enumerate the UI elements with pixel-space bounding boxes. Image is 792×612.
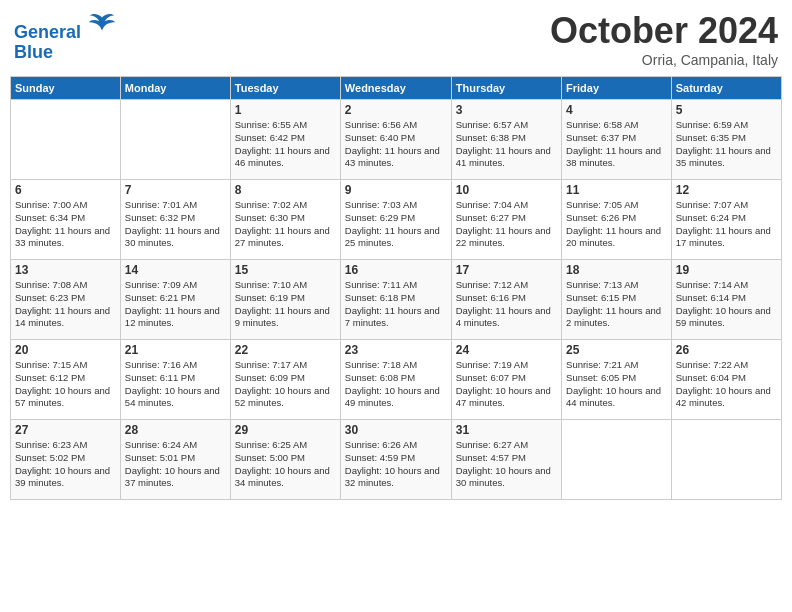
day-detail: Sunrise: 7:12 AM Sunset: 6:16 PM Dayligh… [456, 279, 557, 330]
day-number: 26 [676, 343, 777, 357]
day-detail: Sunrise: 7:01 AM Sunset: 6:32 PM Dayligh… [125, 199, 226, 250]
day-detail: Sunrise: 7:08 AM Sunset: 6:23 PM Dayligh… [15, 279, 116, 330]
logo-bird-icon [88, 10, 116, 38]
calendar-cell: 14Sunrise: 7:09 AM Sunset: 6:21 PM Dayli… [120, 260, 230, 340]
calendar-cell [11, 100, 121, 180]
calendar-cell: 19Sunrise: 7:14 AM Sunset: 6:14 PM Dayli… [671, 260, 781, 340]
weekday-header-thursday: Thursday [451, 77, 561, 100]
day-number: 19 [676, 263, 777, 277]
calendar-week-5: 27Sunrise: 6:23 AM Sunset: 5:02 PM Dayli… [11, 420, 782, 500]
day-number: 6 [15, 183, 116, 197]
calendar-cell: 24Sunrise: 7:19 AM Sunset: 6:07 PM Dayli… [451, 340, 561, 420]
weekday-header-sunday: Sunday [11, 77, 121, 100]
weekday-header-wednesday: Wednesday [340, 77, 451, 100]
day-detail: Sunrise: 7:00 AM Sunset: 6:34 PM Dayligh… [15, 199, 116, 250]
day-number: 12 [676, 183, 777, 197]
day-detail: Sunrise: 7:16 AM Sunset: 6:11 PM Dayligh… [125, 359, 226, 410]
calendar-week-3: 13Sunrise: 7:08 AM Sunset: 6:23 PM Dayli… [11, 260, 782, 340]
day-number: 10 [456, 183, 557, 197]
calendar-cell [671, 420, 781, 500]
day-detail: Sunrise: 7:10 AM Sunset: 6:19 PM Dayligh… [235, 279, 336, 330]
day-number: 27 [15, 423, 116, 437]
day-number: 15 [235, 263, 336, 277]
calendar-week-4: 20Sunrise: 7:15 AM Sunset: 6:12 PM Dayli… [11, 340, 782, 420]
day-number: 25 [566, 343, 667, 357]
day-number: 23 [345, 343, 447, 357]
calendar-cell: 10Sunrise: 7:04 AM Sunset: 6:27 PM Dayli… [451, 180, 561, 260]
logo-general: General [14, 22, 81, 42]
title-block: October 2024 Orria, Campania, Italy [550, 10, 778, 68]
day-detail: Sunrise: 7:02 AM Sunset: 6:30 PM Dayligh… [235, 199, 336, 250]
day-detail: Sunrise: 7:04 AM Sunset: 6:27 PM Dayligh… [456, 199, 557, 250]
day-detail: Sunrise: 6:23 AM Sunset: 5:02 PM Dayligh… [15, 439, 116, 490]
calendar-cell: 29Sunrise: 6:25 AM Sunset: 5:00 PM Dayli… [230, 420, 340, 500]
day-number: 31 [456, 423, 557, 437]
calendar-cell: 16Sunrise: 7:11 AM Sunset: 6:18 PM Dayli… [340, 260, 451, 340]
calendar-cell: 25Sunrise: 7:21 AM Sunset: 6:05 PM Dayli… [562, 340, 672, 420]
logo: General Blue [14, 10, 116, 63]
weekday-header-monday: Monday [120, 77, 230, 100]
day-number: 21 [125, 343, 226, 357]
calendar-cell: 26Sunrise: 7:22 AM Sunset: 6:04 PM Dayli… [671, 340, 781, 420]
day-detail: Sunrise: 6:27 AM Sunset: 4:57 PM Dayligh… [456, 439, 557, 490]
day-number: 30 [345, 423, 447, 437]
calendar-cell: 11Sunrise: 7:05 AM Sunset: 6:26 PM Dayli… [562, 180, 672, 260]
calendar-cell: 30Sunrise: 6:26 AM Sunset: 4:59 PM Dayli… [340, 420, 451, 500]
day-detail: Sunrise: 7:14 AM Sunset: 6:14 PM Dayligh… [676, 279, 777, 330]
weekday-header-row: SundayMondayTuesdayWednesdayThursdayFrid… [11, 77, 782, 100]
logo-blue: Blue [14, 42, 53, 62]
day-number: 24 [456, 343, 557, 357]
calendar-cell: 6Sunrise: 7:00 AM Sunset: 6:34 PM Daylig… [11, 180, 121, 260]
day-detail: Sunrise: 7:21 AM Sunset: 6:05 PM Dayligh… [566, 359, 667, 410]
calendar-cell: 3Sunrise: 6:57 AM Sunset: 6:38 PM Daylig… [451, 100, 561, 180]
day-number: 18 [566, 263, 667, 277]
calendar-cell: 1Sunrise: 6:55 AM Sunset: 6:42 PM Daylig… [230, 100, 340, 180]
day-detail: Sunrise: 6:55 AM Sunset: 6:42 PM Dayligh… [235, 119, 336, 170]
month-title: October 2024 [550, 10, 778, 52]
day-number: 13 [15, 263, 116, 277]
weekday-header-friday: Friday [562, 77, 672, 100]
day-detail: Sunrise: 7:03 AM Sunset: 6:29 PM Dayligh… [345, 199, 447, 250]
weekday-header-saturday: Saturday [671, 77, 781, 100]
day-detail: Sunrise: 7:07 AM Sunset: 6:24 PM Dayligh… [676, 199, 777, 250]
day-detail: Sunrise: 6:25 AM Sunset: 5:00 PM Dayligh… [235, 439, 336, 490]
day-number: 9 [345, 183, 447, 197]
day-number: 22 [235, 343, 336, 357]
calendar-cell: 15Sunrise: 7:10 AM Sunset: 6:19 PM Dayli… [230, 260, 340, 340]
day-number: 20 [15, 343, 116, 357]
day-detail: Sunrise: 7:05 AM Sunset: 6:26 PM Dayligh… [566, 199, 667, 250]
calendar-cell: 31Sunrise: 6:27 AM Sunset: 4:57 PM Dayli… [451, 420, 561, 500]
day-detail: Sunrise: 6:57 AM Sunset: 6:38 PM Dayligh… [456, 119, 557, 170]
calendar-cell: 5Sunrise: 6:59 AM Sunset: 6:35 PM Daylig… [671, 100, 781, 180]
calendar-cell: 27Sunrise: 6:23 AM Sunset: 5:02 PM Dayli… [11, 420, 121, 500]
calendar-cell [562, 420, 672, 500]
page-header: General Blue October 2024 Orria, Campani… [10, 10, 782, 68]
calendar-cell: 23Sunrise: 7:18 AM Sunset: 6:08 PM Dayli… [340, 340, 451, 420]
day-number: 5 [676, 103, 777, 117]
day-detail: Sunrise: 7:09 AM Sunset: 6:21 PM Dayligh… [125, 279, 226, 330]
calendar-cell: 4Sunrise: 6:58 AM Sunset: 6:37 PM Daylig… [562, 100, 672, 180]
calendar-week-1: 1Sunrise: 6:55 AM Sunset: 6:42 PM Daylig… [11, 100, 782, 180]
day-detail: Sunrise: 6:59 AM Sunset: 6:35 PM Dayligh… [676, 119, 777, 170]
day-number: 2 [345, 103, 447, 117]
day-number: 28 [125, 423, 226, 437]
day-detail: Sunrise: 7:15 AM Sunset: 6:12 PM Dayligh… [15, 359, 116, 410]
day-number: 16 [345, 263, 447, 277]
day-detail: Sunrise: 7:22 AM Sunset: 6:04 PM Dayligh… [676, 359, 777, 410]
day-number: 17 [456, 263, 557, 277]
day-detail: Sunrise: 7:18 AM Sunset: 6:08 PM Dayligh… [345, 359, 447, 410]
calendar-cell: 17Sunrise: 7:12 AM Sunset: 6:16 PM Dayli… [451, 260, 561, 340]
calendar-table: SundayMondayTuesdayWednesdayThursdayFrid… [10, 76, 782, 500]
calendar-cell: 18Sunrise: 7:13 AM Sunset: 6:15 PM Dayli… [562, 260, 672, 340]
day-number: 14 [125, 263, 226, 277]
calendar-cell: 9Sunrise: 7:03 AM Sunset: 6:29 PM Daylig… [340, 180, 451, 260]
day-detail: Sunrise: 6:26 AM Sunset: 4:59 PM Dayligh… [345, 439, 447, 490]
day-detail: Sunrise: 7:17 AM Sunset: 6:09 PM Dayligh… [235, 359, 336, 410]
calendar-cell: 12Sunrise: 7:07 AM Sunset: 6:24 PM Dayli… [671, 180, 781, 260]
location: Orria, Campania, Italy [550, 52, 778, 68]
day-number: 7 [125, 183, 226, 197]
day-detail: Sunrise: 6:58 AM Sunset: 6:37 PM Dayligh… [566, 119, 667, 170]
calendar-cell: 7Sunrise: 7:01 AM Sunset: 6:32 PM Daylig… [120, 180, 230, 260]
calendar-week-2: 6Sunrise: 7:00 AM Sunset: 6:34 PM Daylig… [11, 180, 782, 260]
day-number: 4 [566, 103, 667, 117]
